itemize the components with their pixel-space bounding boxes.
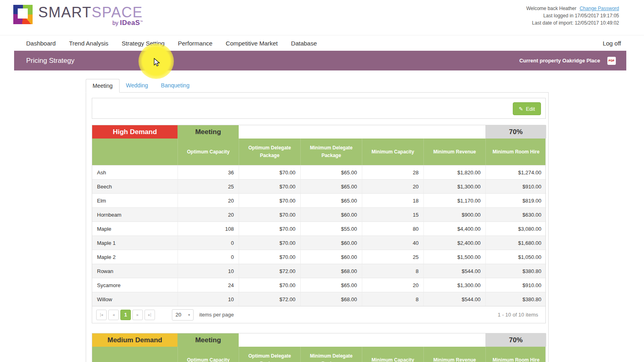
nav-item-database[interactable]: Database [291, 40, 317, 47]
value-cell: 40 [362, 236, 423, 250]
column-header-blank [92, 347, 178, 362]
column-header: Optimum Capacity [178, 347, 239, 362]
value-cell: 8 [362, 292, 423, 306]
nav-item-competitive-market[interactable]: Competitive Market [226, 40, 278, 47]
smartspace-logo-icon [13, 5, 33, 24]
user-info: Welcome back HeatherChange Password Last… [526, 5, 619, 27]
value-cell: 20 [178, 207, 239, 221]
column-header: Minimum Capacity [362, 139, 423, 165]
value-cell: $1,300.00 [423, 179, 485, 193]
room-name-cell: Maple [92, 221, 178, 236]
value-cell: $65.00 [300, 278, 362, 292]
column-header: Minimum Room Hire [485, 139, 546, 165]
value-cell: 0 [178, 250, 239, 264]
value-cell: 20 [362, 179, 423, 193]
value-cell: $70.00 [239, 207, 300, 221]
column-header-blank [92, 139, 178, 165]
table-row[interactable]: Elm20$70.00$65.0018$1,170.00$819.00 [92, 193, 545, 207]
pager-next-button[interactable]: ▸ [132, 310, 143, 320]
value-cell: $55.00 [300, 221, 362, 236]
nav-item-trend-analysis[interactable]: Trend Analysis [69, 40, 108, 47]
last-login-text: Last logged in 17/05/2017 19:17:05 [526, 12, 619, 19]
room-name-cell: Rowan [92, 264, 178, 278]
edit-button[interactable]: ✎ Edit [513, 102, 541, 115]
value-cell: $3,080.00 [485, 221, 546, 236]
demand-label-cell: High Demand [92, 125, 178, 139]
main-nav: Dashboard Trend Analysis Strategy Settin… [0, 35, 644, 51]
value-cell: 20 [362, 278, 423, 292]
column-header: Minimum Delegate Package [300, 139, 362, 165]
change-password-link[interactable]: Change Password [580, 6, 619, 11]
room-name-cell: Maple 2 [92, 250, 178, 264]
column-header: Optimum Delegate Package [239, 139, 300, 165]
value-cell: $819.00 [485, 193, 546, 207]
column-header: Optimum Delegate Package [239, 347, 300, 362]
pricing-strategy-content: Meeting Wedding Banqueting ✎ Edit High D… [86, 79, 549, 362]
segment-label-cell: Meeting [178, 333, 239, 347]
value-cell: $1,500.00 [423, 250, 485, 264]
value-cell: $65.00 [300, 179, 362, 193]
nav-item-performance[interactable]: Performance [178, 40, 213, 47]
column-header: Minimum Revenue [423, 139, 485, 165]
pager-page-1-button[interactable]: 1 [120, 310, 131, 320]
table-row[interactable]: Hornbeam20$70.00$60.0015$900.00$630.00 [92, 207, 545, 221]
pager-first-button[interactable]: |◂ [96, 310, 107, 320]
percent-cell: 70% [485, 125, 546, 139]
value-cell: $1,820.00 [423, 165, 485, 179]
value-cell: 28 [362, 165, 423, 179]
value-cell: $910.00 [485, 278, 546, 292]
table-row[interactable]: Maple108$70.00$55.0080$4,400.00$3,080.00 [92, 221, 545, 236]
pdf-export-icon[interactable]: PDF [607, 57, 616, 65]
value-cell: $68.00 [300, 292, 362, 306]
medium-demand-table: Medium Demand Meeting 70% Optimum Capaci… [92, 333, 546, 362]
value-cell: $70.00 [239, 250, 300, 264]
nav-item-dashboard[interactable]: Dashboard [26, 40, 56, 47]
value-cell: 20 [178, 193, 239, 207]
pager-last-button[interactable]: ▸| [144, 310, 155, 320]
logo-text: SMARTSPACE by IDeaS™ [38, 5, 143, 27]
value-cell: $65.00 [300, 193, 362, 207]
value-cell: $910.00 [485, 179, 546, 193]
value-cell: 36 [178, 165, 239, 179]
pager-range-label: 1 - 10 of 10 items [498, 312, 541, 318]
value-cell: $72.00 [239, 264, 300, 278]
table-row[interactable]: Maple 20$70.00$60.0025$1,500.00$1,050.00 [92, 250, 545, 264]
value-cell: $60.00 [300, 250, 362, 264]
value-cell: $1,170.00 [423, 193, 485, 207]
tab-banqueting[interactable]: Banqueting [155, 79, 196, 92]
edit-button-label: Edit [526, 106, 535, 112]
log-off-link[interactable]: Log off [603, 40, 621, 47]
column-header: Optimum Capacity [178, 139, 239, 165]
tab-wedding[interactable]: Wedding [120, 79, 155, 92]
percent-cell: 70% [485, 333, 546, 347]
page-title: Pricing Strategy [14, 57, 74, 65]
page-size-dropdown[interactable]: 20 ▾ [172, 309, 194, 321]
value-cell: $70.00 [239, 278, 300, 292]
table-body: Ash36$70.00$65.0028$1,820.00$1,274.00Bee… [92, 165, 545, 306]
last-import-text: Last date of import: 12/05/2017 10:49:02 [526, 19, 619, 27]
smartspace-logo[interactable]: SMARTSPACE by IDeaS™ [13, 5, 143, 27]
table-row[interactable]: Rowan10$72.00$68.008$544.00$380.80 [92, 264, 545, 278]
table-row[interactable]: Beech25$70.00$65.0020$1,300.00$910.00 [92, 179, 545, 193]
value-cell: $2,400.00 [423, 236, 485, 250]
pager-prev-button[interactable]: ◂ [108, 310, 119, 320]
tab-meeting[interactable]: Meeting [86, 79, 120, 93]
table-row[interactable]: Sycamore24$70.00$65.0020$1,300.00$910.00 [92, 278, 545, 292]
value-cell: 18 [362, 193, 423, 207]
nav-item-strategy-setting[interactable]: Strategy Setting [122, 40, 165, 47]
table-row[interactable]: Willow10$72.00$68.008$544.00$380.80 [92, 292, 545, 306]
value-cell: $1,680.00 [485, 236, 546, 250]
table-row[interactable]: Ash36$70.00$65.0028$1,820.00$1,274.00 [92, 165, 545, 179]
page-banner: Pricing Strategy Current property Oakrid… [14, 51, 626, 70]
table-row[interactable]: Maple 10$70.00$60.0040$2,400.00$1,680.00 [92, 236, 545, 250]
toolbar: ✎ Edit [92, 98, 546, 119]
value-cell: $4,400.00 [423, 221, 485, 236]
room-name-cell: Beech [92, 179, 178, 193]
value-cell: $68.00 [300, 264, 362, 278]
value-cell: $544.00 [423, 292, 485, 306]
demand-label-cell: Medium Demand [92, 333, 178, 347]
logo-ideas: IDeaS [120, 19, 140, 27]
value-cell: 80 [362, 221, 423, 236]
value-cell: 15 [362, 207, 423, 221]
value-cell: $380.80 [485, 264, 546, 278]
